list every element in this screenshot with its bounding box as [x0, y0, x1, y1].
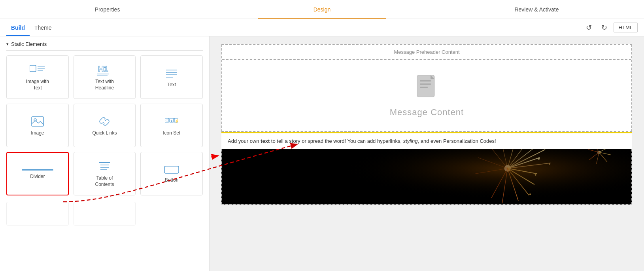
- right-panel: Message Preheader Content Message Conte: [210, 36, 644, 271]
- svg-rect-27: [420, 83, 431, 85]
- image-block[interactable]: [221, 149, 632, 205]
- element-label-image-with-text: Image withText: [26, 79, 49, 91]
- main-layout: ▾ Static Elements Image withText: [0, 36, 644, 271]
- iconset-icon: ♡ ★ ⚡: [165, 116, 178, 127]
- message-content-label: Message Content: [390, 107, 464, 117]
- element-card-extra1[interactable]: [6, 202, 69, 226]
- link-icon: [98, 116, 111, 127]
- button-icon: [164, 165, 179, 174]
- element-label-table-of-contents: Table ofContents: [95, 175, 114, 188]
- redo-button[interactable]: ↻: [598, 22, 610, 34]
- svg-rect-23: [164, 166, 179, 173]
- section-header: ▾ Static Elements: [0, 36, 209, 50]
- svg-rect-11: [32, 117, 43, 126]
- element-card-button[interactable]: Button: [140, 152, 203, 195]
- message-content-area: Message Content: [222, 60, 631, 131]
- element-card-text[interactable]: Text: [140, 55, 203, 99]
- element-label-image: Image: [31, 130, 44, 136]
- elements-grid: Image withText H1 Text withHeadline: [0, 55, 209, 202]
- element-card-table-of-contents[interactable]: Table ofContents: [74, 152, 136, 195]
- element-card-icon-set[interactable]: ♡ ★ ⚡ Icon Set: [140, 104, 203, 147]
- top-nav: Properties Design Review & Activate: [0, 0, 644, 19]
- element-card-text-with-headline[interactable]: H1 Text withHeadline: [74, 55, 136, 99]
- headline-icon: H1: [97, 64, 111, 76]
- element-card-image[interactable]: Image: [6, 104, 69, 147]
- html-button[interactable]: HTML: [614, 23, 638, 32]
- image-text-icon: [30, 64, 45, 76]
- sub-tab-theme[interactable]: Theme: [30, 19, 57, 36]
- element-label-text-with-headline: Text withHeadline: [95, 79, 114, 91]
- sub-nav-right: ↺ ↻ HTML: [583, 22, 638, 34]
- sub-tab-build[interactable]: Build: [6, 19, 30, 36]
- svg-rect-28: [420, 87, 428, 88]
- svg-text:★: ★: [170, 119, 173, 123]
- svg-text:H1: H1: [98, 64, 108, 73]
- svg-text:♡: ♡: [165, 119, 168, 123]
- section-label: Static Elements: [11, 41, 47, 47]
- toc-icon: [98, 161, 111, 172]
- image-icon: [31, 116, 44, 127]
- tab-properties[interactable]: Properties: [0, 0, 215, 19]
- email-builder-box: Message Preheader Content Message Conte: [221, 44, 632, 132]
- svg-rect-60: [222, 149, 631, 204]
- sub-nav: Build Theme ↺ ↻ HTML: [0, 19, 644, 36]
- element-card-quick-links[interactable]: Quick Links: [74, 104, 136, 147]
- message-preheader[interactable]: Message Preheader Content: [222, 45, 631, 60]
- element-card-image-with-text[interactable]: Image withText: [6, 55, 69, 99]
- element-label-quick-links: Quick Links: [92, 130, 117, 136]
- element-label-divider: Divider: [30, 174, 45, 180]
- tab-review[interactable]: Review & Activate: [429, 0, 644, 19]
- tab-design[interactable]: Design: [215, 0, 429, 19]
- svg-rect-26: [420, 80, 431, 81]
- section-divider: [6, 50, 203, 51]
- element-card-divider[interactable]: Divider: [6, 152, 69, 195]
- element-label-text: Text: [167, 82, 176, 88]
- left-panel: ▾ Static Elements Image withText: [0, 36, 210, 271]
- message-document-icon: [415, 73, 439, 102]
- fireworks-image: [222, 149, 631, 204]
- divider-icon: [22, 169, 53, 171]
- element-label-button: Button: [165, 177, 179, 184]
- element-label-icon-set: Icon Set: [163, 130, 180, 136]
- text-block[interactable]: Add your own text to tell a story or spr…: [221, 133, 632, 149]
- element-card-extra2[interactable]: [74, 202, 136, 226]
- text-icon: [165, 68, 178, 79]
- section-arrow-icon: ▾: [6, 42, 9, 47]
- svg-text:⚡: ⚡: [175, 119, 178, 123]
- svg-rect-0: [30, 65, 36, 72]
- undo-button[interactable]: ↺: [583, 22, 595, 34]
- elements-grid-extra: [0, 202, 209, 232]
